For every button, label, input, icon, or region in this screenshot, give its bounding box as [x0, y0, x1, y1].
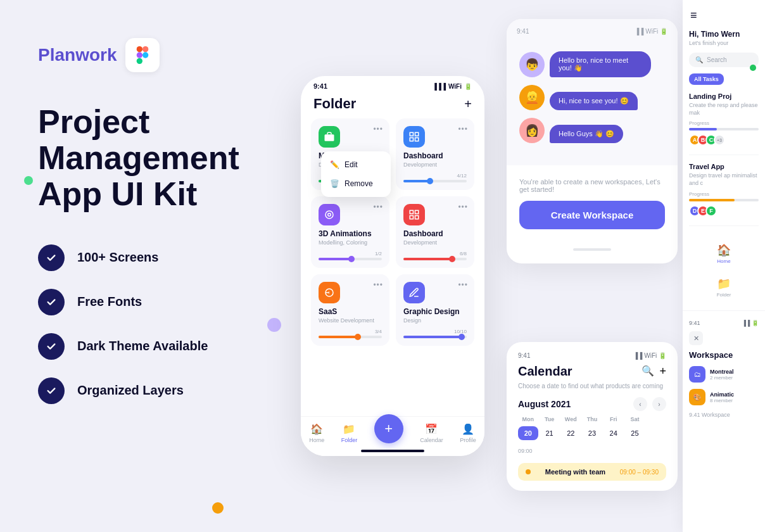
cal-description: Choose a date to find out what products …	[518, 383, 666, 390]
event-time: 09:00 – 09:30	[620, 469, 659, 476]
nav-profile[interactable]: 👤 Profile	[460, 423, 476, 443]
svg-rect-15	[415, 216, 419, 219]
tab-all-tasks[interactable]: All Tasks	[689, 73, 724, 85]
phone-folder-title: Folder	[313, 96, 356, 112]
project-card-3[interactable]: ••• 3D Animations Modelling, Coloring 1/…	[311, 196, 389, 268]
ws-item-2[interactable]: 🎨 Animatic 8 member	[689, 389, 759, 405]
nav-add-button[interactable]: +	[374, 414, 403, 443]
svg-rect-14	[410, 216, 413, 219]
right-greeting: Hi, Timo Wern	[689, 30, 759, 39]
card-progress-2: 4/12	[403, 173, 467, 182]
workspace-card: 9:41 ▐▐ WiFi 🔋 👦 Hello bro, nice to meet…	[507, 19, 678, 263]
cal-search-icon[interactable]: 🔍	[642, 365, 654, 378]
right-project-2: Travel App Design travel ap minimalist a…	[689, 163, 759, 225]
right-avatars-2: D E F	[689, 205, 759, 217]
nav-home[interactable]: 🏠 Home	[309, 423, 324, 443]
card-menu-dots-2[interactable]: •••	[458, 125, 468, 134]
decoration-dot-purple	[267, 318, 281, 332]
trash-icon: 🗑️	[330, 179, 339, 188]
nav-folder[interactable]: 📁 Folder	[341, 423, 358, 443]
card-icon-5	[319, 282, 340, 303]
right-project-name-2: Travel App	[689, 163, 759, 170]
cal-add-icon[interactable]: +	[659, 365, 666, 378]
check-icon-3	[38, 333, 65, 360]
time-slot-label: 09:00	[518, 445, 666, 457]
ws-item-icon-2: 🎨	[689, 389, 705, 405]
feature-item-2: Free Fonts	[38, 289, 253, 315]
cal-next-btn[interactable]: ›	[652, 397, 666, 411]
edit-icon: ✏️	[330, 160, 339, 169]
right-project-desc-2: Design travel ap minimalist and c	[689, 172, 759, 187]
right-progress-label-1: Progress	[689, 120, 759, 126]
signal-icon: ▐▐▐	[433, 83, 446, 90]
project-card-5[interactable]: ••• SaaS Website Development 3/4	[311, 274, 389, 346]
feature-label-4: Organized Layers	[77, 383, 184, 398]
card-sub-3: Modelling, Coloring	[319, 239, 382, 246]
nav-calendar[interactable]: 📅 Calendar	[420, 423, 443, 443]
dropdown-edit[interactable]: ✏️ Edit	[321, 155, 391, 174]
event-time-range: 09:00 – 09:30	[620, 469, 659, 476]
calendar-event[interactable]: Meeting with team 09:00 – 09:30	[518, 463, 666, 481]
chat-bubbles: 👦 Hello bro, nice to meet you! 👋 Hi, nic…	[507, 39, 678, 165]
ws-time: 9:41	[689, 320, 700, 326]
feature-list: 100+ Screens Free Fonts Dark Theme Avail…	[38, 244, 253, 404]
svg-rect-3	[137, 58, 142, 64]
cal-month: August 2021	[518, 399, 571, 409]
card-menu-dots-6[interactable]: •••	[458, 281, 468, 289]
wifi-icon: WiFi	[448, 83, 462, 90]
right-nav-home[interactable]: 🏠 Home	[717, 243, 731, 264]
right-project-name-1: Landing Proj	[689, 92, 759, 100]
card-icon-3	[319, 204, 340, 225]
project-card-6[interactable]: ••• Graphic Design Design 10/10	[396, 274, 474, 346]
card-name-2: Dashboard	[403, 151, 467, 160]
cal-day-24[interactable]: 24	[604, 426, 624, 440]
ws-item-sub-2: 8 member	[710, 398, 759, 403]
svg-rect-9	[415, 138, 419, 141]
cal-day-22[interactable]: 22	[560, 426, 581, 440]
cal-day-23[interactable]: 23	[582, 426, 602, 440]
day-tue: Tue	[540, 416, 560, 422]
ws-close-button[interactable]: ✕	[689, 331, 703, 345]
cal-nav: ‹ ›	[633, 397, 666, 411]
cal-days-grid: 20 21 22 23 24 25	[518, 426, 666, 440]
ws-close-row: ✕	[689, 331, 759, 345]
hamburger-menu-icon[interactable]: ≡	[689, 9, 759, 22]
project-card-2[interactable]: ••• Dashboard Development 4/12	[396, 118, 474, 190]
feature-label-2: Free Fonts	[77, 294, 142, 309]
right-search-bar[interactable]: 🔍 Search	[689, 53, 759, 67]
right-workspace-panel: 9:41 ▐▐ 🔋 ✕ Workspace 🗂 Montreal 2 membe…	[683, 310, 765, 532]
day-fri: Fri	[604, 416, 624, 422]
card-icon-2	[403, 126, 425, 148]
svg-rect-5	[325, 134, 334, 141]
cal-day-20[interactable]: 20	[518, 426, 538, 440]
cal-prev-btn[interactable]: ‹	[633, 397, 647, 411]
add-folder-icon[interactable]: +	[464, 97, 472, 111]
calendar-card: 9:41 ▐▐ WiFi 🔋 Calendar 🔍 + Choose a dat…	[507, 342, 678, 491]
check-icon-4	[38, 377, 65, 404]
feature-item: 100+ Screens	[38, 244, 253, 271]
create-ws-intro: You're able to create a new workspaces, …	[519, 178, 665, 193]
status-icons: ▐▐▐ WiFi 🔋	[433, 83, 472, 90]
project-card-1[interactable]: ••• Mobile Apps Development 6/8 ✏️	[311, 118, 389, 190]
cal-status-icons: ▐▐ WiFi 🔋	[633, 352, 666, 359]
cal-days-header: Mon Tue Wed Thu Fri Sat	[518, 416, 666, 422]
create-workspace-button[interactable]: Create Workspace	[519, 201, 665, 229]
cal-day-25[interactable]: 25	[625, 426, 645, 440]
cal-time: 9:41	[518, 352, 530, 359]
day-sat: Sat	[625, 416, 645, 422]
day-wed: Wed	[560, 416, 581, 422]
card-menu-dots-4[interactable]: •••	[458, 203, 468, 212]
cal-day-21[interactable]: 21	[540, 426, 560, 440]
card-menu-dots-3[interactable]: •••	[373, 203, 383, 212]
card-menu-dots-1[interactable]: •••	[373, 125, 383, 134]
dropdown-remove[interactable]: 🗑️ Remove	[321, 174, 391, 193]
right-nav-folder[interactable]: 📁 Folder	[717, 277, 731, 298]
ws-item-1[interactable]: 🗂 Montreal 2 member	[689, 366, 759, 383]
card-name-4: Dashboard	[403, 229, 467, 238]
cal-header: Calendar 🔍 +	[518, 364, 666, 379]
card-menu-dots-5[interactable]: •••	[373, 281, 383, 289]
project-card-4[interactable]: ••• Dashboard Development 6/8	[396, 196, 474, 268]
figma-icon	[125, 38, 160, 72]
right-folder-icon: 📁	[717, 277, 731, 291]
right-tabs: All Tasks	[689, 73, 759, 85]
